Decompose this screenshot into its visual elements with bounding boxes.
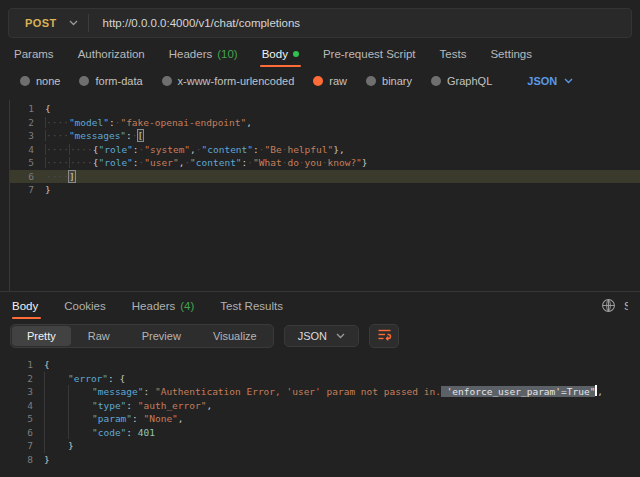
code-line[interactable]: 4········{"role":·"system",·"content":·"… xyxy=(10,143,640,157)
view-visualize[interactable]: Visualize xyxy=(198,326,272,346)
response-tab-test-results[interactable]: Test Results xyxy=(207,292,296,320)
code-line[interactable]: 2"error": { xyxy=(9,372,640,386)
code-line[interactable]: 1{ xyxy=(10,102,640,116)
code-text: { xyxy=(44,358,50,372)
code-text: ········{"role":·"system",·"content":·"B… xyxy=(45,143,345,157)
tab-pre-request-script[interactable]: Pre-request Script xyxy=(311,40,428,68)
body-mode-x-www-form-urlencoded[interactable]: x-www-form-urlencoded xyxy=(162,75,295,87)
line-number: 7 xyxy=(10,183,45,197)
code-line[interactable]: 3"message": "Authentication Error, 'user… xyxy=(9,385,640,399)
code-line[interactable]: 3····"messages":·[ xyxy=(10,129,640,143)
line-number: 1 xyxy=(9,358,44,372)
response-tab-body[interactable]: Body xyxy=(12,292,51,320)
code-line[interactable]: 1{ xyxy=(9,358,640,372)
wrap-text-icon xyxy=(377,327,392,345)
code-text: { xyxy=(45,102,51,116)
response-tab-headers[interactable]: Headers(4) xyxy=(119,292,208,320)
response-tab-label: Headers xyxy=(132,300,175,312)
response-tab-label: Body xyxy=(12,300,38,312)
body-mode-label: raw xyxy=(329,75,347,87)
code-text: "param": "None", xyxy=(44,412,184,426)
code-text: } xyxy=(45,183,51,197)
code-line[interactable]: 4"type": "auth_error", xyxy=(9,399,640,413)
body-mode-label: GraphQL xyxy=(447,75,492,87)
chevron-down-icon xyxy=(336,333,345,339)
response-tab-tools: Status xyxy=(601,298,628,315)
tab-settings[interactable]: Settings xyxy=(478,40,544,68)
body-mode-binary[interactable]: binary xyxy=(366,75,412,87)
response-toolbar: PrettyRawPreviewVisualize JSON xyxy=(0,320,640,354)
line-number: 3 xyxy=(10,129,45,143)
request-url-bar: POST http://0.0.0.0:4000/v1/chat/complet… xyxy=(8,8,632,38)
code-line[interactable]: 6····] xyxy=(10,170,640,184)
radio-icon xyxy=(162,76,172,86)
code-text: "message": "Authentication Error, 'user'… xyxy=(44,385,603,399)
code-line[interactable]: 7} xyxy=(9,439,640,453)
code-text: ····"model":·"fake-openai-endpoint", xyxy=(45,116,252,130)
line-number: 2 xyxy=(10,116,45,130)
tab-count-badge: (10) xyxy=(217,48,237,60)
code-text: ········{"role":·"user",·"content":·"Wha… xyxy=(45,156,368,170)
chevron-down-icon[interactable] xyxy=(69,20,78,26)
request-language-select[interactable]: JSON xyxy=(527,75,573,87)
code-text: "code": 401 xyxy=(44,426,155,440)
code-text: "error": { xyxy=(44,372,125,386)
globe-icon[interactable] xyxy=(601,298,616,315)
view-preview[interactable]: Preview xyxy=(127,326,196,346)
url-input[interactable]: http://0.0.0.0:4000/v1/chat/completions xyxy=(89,17,301,29)
tab-label: Pre-request Script xyxy=(323,48,416,60)
tab-label: Settings xyxy=(490,48,532,60)
body-mode-label: form-data xyxy=(95,75,142,87)
code-line[interactable]: 6"code": 401 xyxy=(9,426,640,440)
body-mode-none[interactable]: none xyxy=(20,75,60,87)
response-language-label: JSON xyxy=(298,330,327,342)
line-number: 6 xyxy=(9,426,44,440)
code-line[interactable]: 5········{"role":·"user",·"content":·"Wh… xyxy=(10,156,640,170)
radio-icon xyxy=(366,76,376,86)
tab-params[interactable]: Params xyxy=(2,40,66,68)
matched-bracket: ] xyxy=(68,170,76,183)
code-line[interactable]: 2····"model":·"fake-openai-endpoint", xyxy=(10,116,640,130)
active-tab-underline xyxy=(12,317,41,319)
request-tabs: ParamsAuthorizationHeaders(10)BodyPre-re… xyxy=(0,40,640,68)
view-switcher: PrettyRawPreviewVisualize xyxy=(10,324,274,348)
response-language-select[interactable]: JSON xyxy=(284,325,359,347)
request-body-editor[interactable]: 1{2····"model":·"fake-openai-endpoint",3… xyxy=(9,100,640,291)
line-number: 3 xyxy=(9,385,44,399)
view-pretty[interactable]: Pretty xyxy=(12,326,71,346)
response-body-viewer[interactable]: 1{2"error": {3"message": "Authentication… xyxy=(9,358,640,466)
body-mode-raw[interactable]: raw xyxy=(313,75,347,87)
radio-icon xyxy=(79,76,89,86)
tab-authorization[interactable]: Authorization xyxy=(66,40,157,68)
method-selector[interactable]: POST xyxy=(9,17,69,29)
line-number: 5 xyxy=(9,412,44,426)
tab-tests[interactable]: Tests xyxy=(428,40,479,68)
chevron-down-icon xyxy=(564,78,573,84)
tab-count-badge: (4) xyxy=(180,300,194,312)
tab-headers[interactable]: Headers(10) xyxy=(157,40,250,68)
tab-label: Tests xyxy=(440,48,467,60)
status-text-clipped: Status xyxy=(624,300,628,312)
code-line[interactable]: 7} xyxy=(10,183,640,197)
body-mode-row: noneform-datax-www-form-urlencodedrawbin… xyxy=(0,68,640,94)
line-number: 6 xyxy=(10,170,45,184)
radio-icon xyxy=(313,76,323,86)
tab-body[interactable]: Body xyxy=(250,40,311,68)
line-number: 5 xyxy=(10,156,45,170)
code-line[interactable]: 8} xyxy=(9,453,640,467)
line-number: 4 xyxy=(10,143,45,157)
matched-bracket: [ xyxy=(137,129,145,142)
tab-label: Params xyxy=(14,48,54,60)
body-mode-form-data[interactable]: form-data xyxy=(79,75,142,87)
response-tab-label: Test Results xyxy=(220,300,283,312)
radio-icon xyxy=(20,76,30,86)
wrap-text-button[interactable] xyxy=(369,324,399,348)
view-raw[interactable]: Raw xyxy=(73,326,125,346)
tab-label: Headers xyxy=(169,48,212,60)
response-tabs: BodyCookiesHeaders(4)Test ResultsStatus xyxy=(0,292,640,320)
code-line[interactable]: 5"param": "None", xyxy=(9,412,640,426)
response-tab-cookies[interactable]: Cookies xyxy=(51,292,119,320)
body-mode-GraphQL[interactable]: GraphQL xyxy=(431,75,492,87)
code-text: } xyxy=(44,453,50,467)
line-number: 1 xyxy=(10,102,45,116)
